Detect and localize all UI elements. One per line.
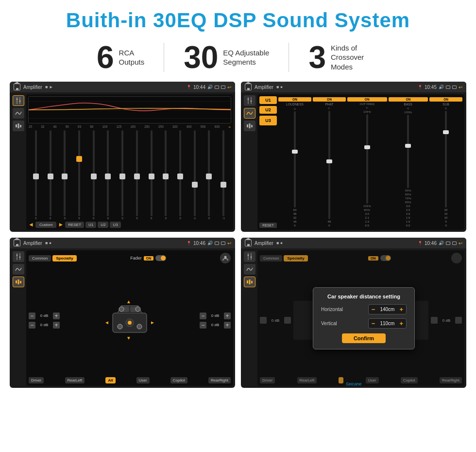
fader-top-row: Common Specialty Fader ON [29, 253, 231, 263]
svg-rect-22 [18, 279, 19, 284]
screen2-icon2 [452, 86, 457, 89]
screen4-icon2 [452, 242, 457, 245]
fader-minus-tl[interactable]: − [29, 313, 35, 319]
fader-on-badge[interactable]: ON [144, 256, 154, 261]
eq-back-arrow[interactable]: ◄ [28, 221, 34, 228]
eq-u1-btn[interactable]: U1 [85, 222, 96, 228]
fader-label: Fader [130, 256, 142, 261]
confirm-button[interactable]: Confirm [342, 333, 386, 343]
svg-rect-4 [16, 124, 17, 127]
fader-plus-br[interactable]: + [224, 322, 231, 329]
dist-tabs: Common Specialty [260, 255, 308, 261]
dist-sidebar-btn-3[interactable] [244, 277, 255, 287]
seicane-watermark: Seicane [346, 382, 362, 386]
fader-plus-tl[interactable]: + [53, 313, 60, 319]
screen3-title: Amplifier [23, 241, 42, 246]
dialog-title: Car speaker distance setting [321, 294, 407, 299]
cross-sidebar-btn-3[interactable] [244, 121, 255, 131]
cross-bass: ON BASS G 100Hz 90Hz 80Hz 70Hz 60Hz 3.0 … [389, 97, 428, 227]
screen-eq: Amplifier ■ ► 📍 10:44 🔊 ↩ [10, 82, 235, 232]
fader-val-bl: 0 dB [37, 323, 51, 327]
eq-sidebar-btn-3[interactable] [13, 121, 24, 131]
cross-u1-btn[interactable]: U1 [259, 96, 277, 104]
fader-rearright-btn[interactable]: RearRight [208, 377, 231, 383]
stat-crossover-label: Kinds ofCrossover Modes [331, 43, 379, 72]
screen3-icon1 [215, 242, 219, 245]
dialog-vert-label: Vertical [321, 321, 337, 326]
fader-sidebar-btn-1[interactable] [13, 251, 24, 262]
dialog-vert-minus[interactable]: − [372, 320, 375, 327]
eq-sidebar [12, 94, 25, 230]
fader-sidebar [12, 250, 25, 386]
stat-eq: 30 EQ AdjustableSegments [164, 42, 289, 73]
fader-tab-common[interactable]: Common [29, 255, 51, 261]
status-left-3: Amplifier ■ ● [14, 240, 51, 246]
screens-grid: Amplifier ■ ► 📍 10:44 🔊 ↩ [0, 82, 476, 393]
fader-copilot-btn[interactable]: Copilot [170, 377, 187, 383]
status-left-2: Amplifier ■ ● [245, 84, 283, 90]
fader-driver-btn[interactable]: Driver [29, 377, 44, 383]
stat-eq-label: EQ AdjustableSegments [223, 48, 269, 67]
fader-db-bl: − 0 dB + [29, 322, 60, 329]
cross-phat: ON PHAT F 48 0 [313, 97, 346, 227]
fader-plus-bl[interactable]: + [53, 322, 60, 329]
status-bar-2: Amplifier ■ ● 📍 10:45 🔊 ↩ [241, 82, 466, 92]
eq-u3-btn[interactable]: U3 [110, 222, 120, 228]
fader-buttons-row: Driver RearLeft All User Copilot RearRig… [29, 377, 231, 383]
svg-point-31 [136, 307, 140, 312]
eq-freq-labels: 25 32 40 50 63 80 100 125 160 200 250 32… [28, 125, 231, 129]
fader-user-icon[interactable] [220, 253, 231, 263]
svg-point-30 [119, 307, 124, 312]
dialog-vert-value: 110cm [377, 321, 397, 326]
stat-eq-number: 30 [184, 42, 218, 73]
distance-dialog: Car speaker distance setting Horizontal … [313, 287, 415, 349]
dialog-horiz-minus[interactable]: − [372, 306, 375, 313]
fader-onoff: Fader ON [130, 255, 166, 261]
eq-fwd-arrow[interactable]: ► [58, 221, 64, 228]
dist-sidebar-btn-2[interactable] [244, 264, 255, 275]
fader-body: − 0 dB + − 0 dB + [29, 265, 231, 375]
cross-u2-btn[interactable]: U2 [259, 106, 277, 114]
page-title: Buith-in 30EQ DSP Sound System [0, 9, 476, 32]
dist-tab-specialty: Specialty [284, 255, 307, 261]
cross-main: U1 U2 U3 RESET ON LOUDNESS G [257, 94, 464, 230]
dialog-horiz-label: Horizontal [321, 307, 343, 312]
fader-sidebar-btn-2[interactable] [13, 264, 24, 275]
cross-u3-btn[interactable]: U3 [259, 116, 277, 125]
eq-custom-btn[interactable]: Custom [35, 222, 57, 228]
fader-minus-tr[interactable]: − [200, 313, 206, 319]
status-icons-4: 📍 10:46 🔊 ↩ [418, 241, 462, 246]
cross-loudness: ON LOUDNESS G 64 48 32 16 0 [278, 97, 311, 227]
dist-sidebar [243, 250, 256, 386]
eq-graph [28, 96, 231, 123]
fader-val-br: 0 dB [208, 323, 222, 327]
fader-all-btn[interactable]: All [105, 377, 115, 383]
cross-sidebar-btn-2[interactable] [244, 108, 255, 119]
fader-toggle[interactable] [155, 255, 166, 261]
svg-point-32 [118, 324, 122, 329]
status-bar-4: Amplifier ■ ● 📍 10:46 🔊 ↩ [241, 238, 466, 248]
svg-text:▲: ▲ [126, 299, 131, 304]
dialog-horiz-plus[interactable]: + [399, 306, 403, 313]
fader-tab-specialty[interactable]: Specialty [52, 255, 76, 261]
dialog-vert-plus[interactable]: + [399, 320, 403, 327]
fader-plus-tr[interactable]: + [224, 313, 231, 319]
svg-rect-5 [18, 123, 19, 128]
svg-text:▼: ▼ [126, 335, 131, 341]
cross-reset-btn[interactable]: RESET [259, 223, 277, 228]
dist-sidebar-btn-1[interactable] [244, 251, 255, 262]
fader-minus-bl[interactable]: − [29, 322, 35, 329]
screen4-title: Amplifier [255, 241, 273, 246]
status-icons-1: 📍 10:44 🔊 ↩ [187, 85, 231, 90]
eq-u2-btn[interactable]: U2 [98, 222, 108, 228]
eq-sidebar-btn-2[interactable] [13, 108, 24, 119]
eq-reset-btn[interactable]: RESET [65, 222, 84, 228]
fader-sidebar-btn-3[interactable] [13, 277, 24, 287]
dist-db-right: 0 dB [439, 318, 454, 323]
cross-sidebar-btn-1[interactable] [244, 95, 255, 106]
screen2-icon1 [446, 86, 450, 89]
fader-rearleft-btn[interactable]: RearLeft [65, 377, 85, 383]
fader-minus-br[interactable]: − [200, 322, 206, 329]
eq-sidebar-btn-1[interactable] [13, 95, 24, 106]
fader-user-btn[interactable]: User [136, 377, 150, 383]
